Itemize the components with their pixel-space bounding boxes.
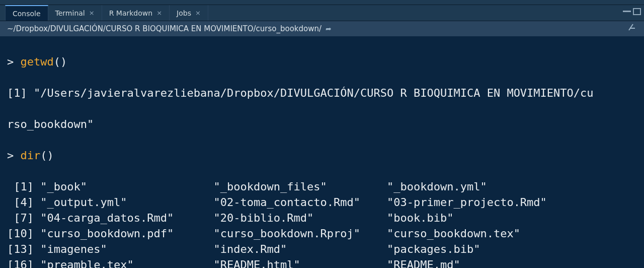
go-to-directory-icon[interactable]: ➦ — [326, 25, 332, 33]
tab-label: Console — [13, 10, 41, 18]
console-line: [1] "/Users/javieralvarezliebana/Dropbox… — [7, 85, 637, 101]
console-line: > getwd() — [7, 54, 637, 70]
tab-rmarkdown[interactable]: R Markdown × — [102, 5, 170, 21]
dir-row: [16] "preamble.tex" "README.html" "READM… — [7, 257, 637, 268]
command: getwd — [21, 55, 54, 68]
console-output[interactable]: > getwd() [1] "/Users/javieralvarezlieba… — [0, 36, 644, 268]
tab-jobs[interactable]: Jobs × — [170, 5, 208, 21]
clear-console-icon[interactable] — [628, 23, 637, 34]
tab-terminal[interactable]: Terminal × — [48, 5, 102, 21]
dir-row: [13] "imagenes" "index.Rmd" "packages.bi… — [7, 241, 637, 257]
tab-console[interactable]: Console — [5, 5, 48, 21]
command: dir — [21, 149, 41, 162]
dir-row: [7] "04-carga_datos.Rmd" "20-biblio.Rmd"… — [7, 210, 637, 226]
console-line: rso_bookdown" — [7, 116, 637, 132]
pane-window-controls — [623, 8, 641, 15]
prompt: > — [7, 55, 14, 68]
dir-row: [10] "curso_bookdown.pdf" "curso_bookdow… — [7, 226, 637, 241]
parens: () — [54, 55, 67, 68]
dir-row: [4] "_output.yml" "02-toma_contacto.Rmd"… — [7, 194, 637, 210]
working-directory-row: ~/Dropbox/DIVULGACIÓN/CURSO R BIOQUIMICA… — [0, 21, 644, 36]
dir-listing: [1] "_book" "_bookdown_files" "_bookdown… — [7, 179, 637, 268]
console-line: > dir() — [7, 148, 637, 163]
close-icon[interactable]: × — [89, 9, 95, 17]
tab-label: Terminal — [55, 9, 85, 17]
close-icon[interactable]: × — [195, 9, 201, 17]
maximize-icon[interactable] — [633, 8, 641, 15]
tab-label: Jobs — [177, 9, 191, 17]
prompt: > — [7, 149, 14, 162]
dir-row: [1] "_book" "_bookdown_files" "_bookdown… — [7, 179, 637, 194]
parens: () — [40, 149, 54, 162]
minimize-icon[interactable] — [623, 11, 631, 12]
top-strip — [0, 0, 644, 5]
working-directory-path: ~/Dropbox/DIVULGACIÓN/CURSO R BIOQUIMICA… — [7, 24, 321, 33]
pane-tabs: Console Terminal × R Markdown × Jobs × — [0, 5, 644, 21]
tab-label: R Markdown — [109, 9, 152, 17]
close-icon[interactable]: × — [156, 9, 162, 17]
